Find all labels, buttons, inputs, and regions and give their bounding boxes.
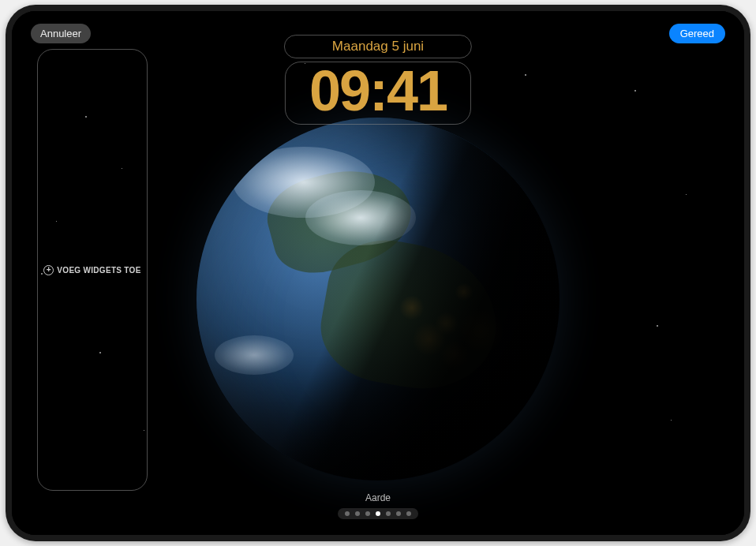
date-widget[interactable]: Maandag 5 juni — [284, 35, 472, 58]
time-text: 09:41 — [309, 62, 447, 119]
cancel-button[interactable]: Annuleer — [31, 24, 91, 43]
page-dot — [396, 511, 401, 516]
page-indicator[interactable] — [338, 508, 418, 519]
earth-image — [196, 118, 560, 481]
done-button[interactable]: Gereed — [669, 24, 725, 43]
add-widgets-label: VOEG WIDGETS TOE — [57, 266, 140, 275]
page-dot — [386, 511, 391, 516]
date-text: Maandag 5 juni — [332, 39, 424, 54]
page-dot — [355, 511, 360, 516]
widget-panel[interactable]: + VOEG WIDGETS TOE — [37, 49, 148, 491]
time-widget[interactable]: 09:41 — [285, 62, 471, 125]
plus-circle-icon: + — [43, 265, 54, 275]
wallpaper-name-label: Aarde — [365, 492, 391, 503]
lock-screen-editor: Annuleer Gereed + VOEG WIDGETS TOE Maand… — [12, 11, 744, 535]
page-dot — [365, 511, 370, 516]
add-widgets-button[interactable]: + VOEG WIDGETS TOE — [43, 265, 140, 275]
device-frame: Annuleer Gereed + VOEG WIDGETS TOE Maand… — [6, 5, 750, 541]
page-dot — [345, 511, 350, 516]
page-dot — [406, 511, 411, 516]
page-dot-active — [376, 511, 380, 516]
